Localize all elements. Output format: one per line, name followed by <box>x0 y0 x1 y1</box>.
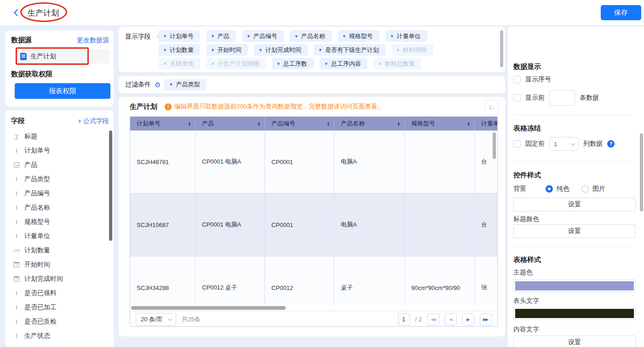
field-chip[interactable]: ▼产品名称 <box>290 30 332 42</box>
freeze-count-select[interactable]: 1 <box>549 137 579 151</box>
page-size-select[interactable]: 20 条/页 <box>136 313 176 326</box>
field-chip[interactable]: ▼开始时间 <box>206 44 248 56</box>
image-radio[interactable] <box>581 185 589 193</box>
column-header[interactable]: 计划单号▲▼ <box>130 117 196 131</box>
freeze-checkbox[interactable] <box>513 140 521 148</box>
header-text-swatch[interactable] <box>513 307 636 320</box>
column-header[interactable]: 产品▲▼ <box>196 117 265 131</box>
field-label: 开始时间 <box>24 261 50 269</box>
field-label: 是否已加工 <box>24 303 57 312</box>
field-item[interactable]: 计划完成时间 <box>11 272 109 286</box>
field-chip[interactable]: ▼产品编号 <box>242 30 284 42</box>
field-chip[interactable]: ▼规格型号 <box>338 30 380 42</box>
field-item[interactable]: 计划单号 <box>11 143 109 158</box>
field-chip[interactable]: ▼计量单位 <box>385 30 427 42</box>
field-item[interactable]: 是否已加工 <box>11 300 109 314</box>
column-label: 计量单位 <box>481 119 497 128</box>
prev-page-button[interactable]: ◀ <box>445 313 457 325</box>
help-icon[interactable]: ? <box>607 140 615 148</box>
fields-title: 字段 <box>11 117 25 125</box>
settings-panel: 数据显示 显示序号 显示前 条数据 表格冻结 固定前 1 列数据 ? 控件样式 … <box>508 27 644 347</box>
field-item[interactable]: 规格型号 <box>11 215 109 229</box>
column-header[interactable]: 产品编号▲▼ <box>265 117 334 131</box>
field-chip-disabled[interactable]: ▼材料明细 <box>391 44 433 56</box>
text-field-icon <box>13 176 20 183</box>
column-label: 产品名称 <box>341 119 365 128</box>
field-item[interactable]: 是否已质检 <box>11 314 109 329</box>
field-chip[interactable]: ▼计划单号 <box>158 30 200 42</box>
field-item[interactable]: 产品 <box>11 158 109 172</box>
field-item[interactable]: 计量单位 <box>11 229 109 243</box>
text-field-icon <box>13 190 20 197</box>
field-label: 是否已质检 <box>24 318 57 326</box>
field-item[interactable]: 产品名称 <box>11 200 109 215</box>
next-page-button[interactable]: ▶ <box>462 313 474 325</box>
sort-icon: ▲▼ <box>258 121 260 126</box>
cell <box>405 131 475 193</box>
field-item[interactable]: 标题 <box>11 129 109 143</box>
last-page-button[interactable]: ▶▶ <box>480 313 492 325</box>
back-icon[interactable] <box>14 9 21 17</box>
fields-scrollbar[interactable] <box>109 131 112 241</box>
display-field-chips: ▼计划单号 ▼产品 ▼产品编号 ▼产品名称 ▼规格型号 ▼计量单位 ▼计划数量 … <box>158 30 489 72</box>
chevron-down-icon: ▼ <box>163 48 167 52</box>
field-chip[interactable]: ▼总工序数 <box>272 58 314 69</box>
field-chip[interactable]: ▼是否有下级生产计划 <box>314 44 385 56</box>
sort-order-icon[interactable]: 1↓ <box>485 100 499 114</box>
field-item[interactable]: 开始时间 <box>11 257 109 272</box>
field-chip-disabled[interactable]: ▼材料总数量 <box>374 58 421 69</box>
column-label: 规格型号 <box>411 119 435 128</box>
solid-color-radio[interactable] <box>546 185 553 193</box>
chip-label: 计划完成时间 <box>265 46 301 54</box>
field-chip[interactable]: ▼计划完成时间 <box>254 44 308 56</box>
field-item[interactable]: 产品类型 <box>11 172 109 186</box>
field-chip-disabled[interactable]: ▼关联查询 <box>158 58 200 69</box>
background-set-button[interactable]: 设置 <box>513 198 636 211</box>
theme-color-swatch[interactable] <box>513 279 636 292</box>
chip-label: 计划单号 <box>170 32 194 40</box>
sort-icon: ▲▼ <box>467 121 470 126</box>
column-header[interactable]: 计量单位 <box>475 117 497 131</box>
formula-field-link[interactable]: + 公式字段 <box>78 117 109 125</box>
image-label: 图片 <box>592 185 605 193</box>
field-item[interactable]: 是否已领料 <box>11 286 109 300</box>
table-horizontal-scrollbar[interactable] <box>131 306 286 310</box>
title-color-set-button[interactable]: 设置 <box>513 224 636 238</box>
show-first-checkbox[interactable] <box>513 94 521 102</box>
text-field-icon <box>13 290 20 297</box>
column-header[interactable]: 产品名称▲▼ <box>334 117 405 131</box>
chips-scrollbar[interactable] <box>500 30 503 67</box>
save-button[interactable]: 保存 <box>601 5 641 20</box>
gear-icon[interactable]: ⚙ <box>155 81 161 88</box>
filter-panel: 过滤条件 ⚙ ▼产品类型 <box>119 76 505 93</box>
cell: CP0012 桌子 <box>196 256 265 305</box>
field-label: 计划完成时间 <box>24 275 63 283</box>
page-input[interactable]: 1 <box>398 313 410 325</box>
first-page-button[interactable]: ◀◀ <box>427 313 439 325</box>
chip-label: 开始时间 <box>218 46 242 54</box>
cell <box>405 193 475 256</box>
chevron-down-icon <box>571 141 575 146</box>
background-row: 背景 纯色 图片 <box>513 185 636 193</box>
field-item[interactable]: 生产状态 <box>11 329 109 343</box>
settings-scrollbar[interactable] <box>640 133 643 211</box>
chip-label: 总工序内容 <box>331 60 361 68</box>
filter-chip[interactable]: ▼产品类型 <box>164 79 206 91</box>
datasource-item[interactable]: 生产计划 <box>15 49 109 63</box>
field-chip[interactable]: ▼总工序内容 <box>320 58 368 69</box>
report-permission-button[interactable]: 报表权限 <box>15 83 110 99</box>
column-header[interactable]: 规格型号▲▼ <box>405 117 475 131</box>
table-row: SCJH10687 CP0001 电脑A CP0001 电脑A 台 <box>130 193 497 256</box>
table-vertical-scrollbar[interactable] <box>493 132 496 159</box>
field-chip[interactable]: ▼计划数量 <box>158 44 200 56</box>
change-datasource-link[interactable]: 更改数据源 <box>77 36 109 45</box>
field-item[interactable]: 计划数量 <box>11 243 109 257</box>
field-chip[interactable]: ▼产品 <box>206 30 236 42</box>
content-text-set-button[interactable]: 设置 <box>513 336 636 347</box>
number-field-icon <box>13 248 20 252</box>
field-item[interactable]: 产品编号 <box>11 186 109 200</box>
show-index-checkbox[interactable] <box>513 76 521 83</box>
field-chip-disabled[interactable]: ▼子生产计划明细 <box>206 58 266 69</box>
cell: SCJH10687 <box>130 193 196 256</box>
row-limit-input[interactable] <box>549 90 575 106</box>
